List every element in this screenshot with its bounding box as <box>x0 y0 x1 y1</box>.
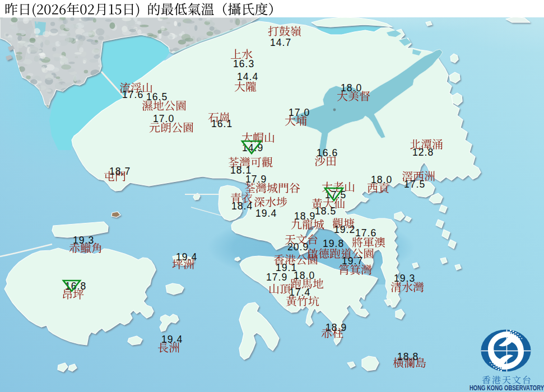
svg-text:17.4: 17.4 <box>289 287 310 298</box>
svg-text:19.7: 19.7 <box>342 255 363 267</box>
svg-text:20.9: 20.9 <box>287 241 309 253</box>
svg-text:17.0: 17.0 <box>153 113 174 124</box>
svg-text:17.6: 17.6 <box>355 227 376 239</box>
svg-text:17.9: 17.9 <box>245 174 267 185</box>
svg-text:18.0: 18.0 <box>341 82 362 94</box>
svg-text:HONG KONG OBSERVATORY: HONG KONG OBSERVATORY <box>469 384 544 392</box>
svg-text:18.4: 18.4 <box>231 200 253 212</box>
svg-text:12.8: 12.8 <box>412 147 434 158</box>
svg-text:17.9: 17.9 <box>266 272 287 283</box>
svg-text:17.5: 17.5 <box>404 179 425 190</box>
svg-text:14.7: 14.7 <box>270 37 291 48</box>
svg-text:19.3: 19.3 <box>73 235 94 246</box>
svg-text:19.4: 19.4 <box>176 251 197 263</box>
svg-text:19.8: 19.8 <box>323 238 344 249</box>
svg-text:19.3: 19.3 <box>394 273 415 284</box>
svg-text:19.4: 19.4 <box>255 208 277 219</box>
svg-text:19.4: 19.4 <box>161 334 183 345</box>
svg-text:16.5: 16.5 <box>146 91 168 102</box>
svg-text:19.2: 19.2 <box>334 224 355 235</box>
svg-text:17.0: 17.0 <box>289 107 310 118</box>
svg-text:18.0: 18.0 <box>294 270 315 281</box>
svg-text:17.6: 17.6 <box>122 89 143 100</box>
svg-text:16.1: 16.1 <box>211 118 233 129</box>
svg-text:16.6: 16.6 <box>317 147 338 158</box>
svg-text:18.8: 18.8 <box>397 351 419 362</box>
svg-text:18.5: 18.5 <box>315 206 336 217</box>
svg-text:18.9: 18.9 <box>326 322 347 333</box>
svg-text:16.3: 16.3 <box>233 58 254 69</box>
svg-text:18.7: 18.7 <box>109 166 131 177</box>
svg-text:14.4: 14.4 <box>237 71 258 82</box>
svg-text:18.0: 18.0 <box>371 174 392 185</box>
svg-text:18.9: 18.9 <box>294 211 315 222</box>
